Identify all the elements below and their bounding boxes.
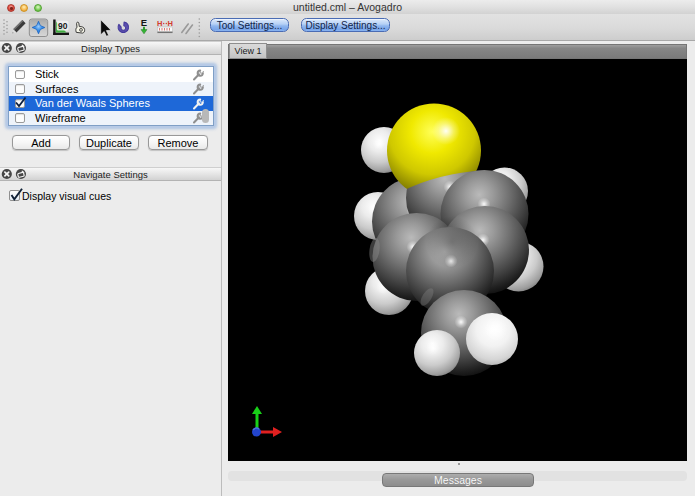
svg-text:E: E <box>141 17 147 28</box>
svg-text:H: H <box>168 19 173 28</box>
svg-text:90: 90 <box>58 21 68 31</box>
svg-text:H: H <box>157 19 162 28</box>
